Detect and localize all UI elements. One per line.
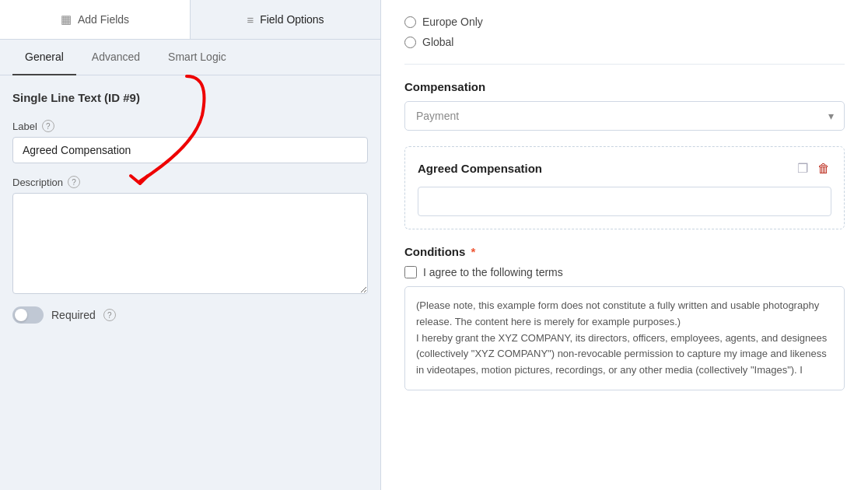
card-title: Agreed Compensation xyxy=(418,162,542,175)
subtab-smart-logic[interactable]: Smart Logic xyxy=(156,40,239,75)
label-field-group: Label ? xyxy=(12,120,368,163)
tab-field-options-label: Field Options xyxy=(260,13,324,26)
toggle-slider xyxy=(12,306,44,324)
description-field-group: Description ? xyxy=(12,176,368,294)
delete-icon: 🗑 xyxy=(817,162,830,175)
compensation-select-wrapper: Payment Hourly Salary Contract xyxy=(404,101,845,131)
global-option: Global xyxy=(404,36,845,48)
tab-field-options[interactable]: ≡ Field Options xyxy=(191,0,380,39)
radio-section: Europe Only Global xyxy=(404,16,845,48)
europe-option: Europe Only xyxy=(404,16,845,28)
tab-add-fields-label: Add Fields xyxy=(78,13,129,26)
agree-checkbox[interactable] xyxy=(404,266,417,278)
copy-button[interactable]: ❐ xyxy=(796,159,810,177)
copy-icon: ❐ xyxy=(797,162,808,175)
tab-add-fields[interactable]: ▦ Add Fields xyxy=(0,0,191,39)
required-asterisk: * xyxy=(471,245,476,258)
top-tabs: ▦ Add Fields ≡ Field Options xyxy=(0,0,380,40)
subtab-general[interactable]: General xyxy=(12,40,76,75)
sub-tabs: General Advanced Smart Logic xyxy=(0,40,380,75)
right-panel: Europe Only Global Compensation Payment … xyxy=(381,0,868,490)
card-actions: ❐ 🗑 xyxy=(796,159,831,177)
terms-text: (Please note, this example form does not… xyxy=(416,299,827,376)
global-label: Global xyxy=(422,36,453,48)
subtab-advanced[interactable]: Advanced xyxy=(79,40,152,75)
agree-label: I agree to the following terms xyxy=(423,266,563,278)
description-help-icon[interactable]: ? xyxy=(68,176,80,188)
delete-button[interactable]: 🗑 xyxy=(816,159,831,177)
required-toggle[interactable] xyxy=(12,306,44,324)
compensation-section: Compensation Payment Hourly Salary Contr… xyxy=(404,80,845,131)
conditions-section: Conditions * I agree to the following te… xyxy=(404,245,845,390)
card-input-preview xyxy=(418,187,831,216)
add-fields-icon: ▦ xyxy=(61,12,72,26)
compensation-select[interactable]: Payment Hourly Salary Contract xyxy=(404,101,845,131)
europe-label: Europe Only xyxy=(422,16,483,28)
field-type-heading: Single Line Text (ID #9) xyxy=(12,91,368,107)
left-panel: ▦ Add Fields ≡ Field Options General Adv… xyxy=(0,0,381,490)
description-textarea[interactable] xyxy=(12,193,368,294)
required-label: Required xyxy=(51,309,96,321)
terms-box: (Please note, this example form does not… xyxy=(404,286,845,390)
divider-1 xyxy=(404,64,845,65)
global-radio[interactable] xyxy=(404,37,416,48)
agreed-compensation-card: Agreed Compensation ❐ 🗑 xyxy=(404,146,845,229)
label-help-icon[interactable]: ? xyxy=(42,120,54,132)
required-toggle-row: Required ? xyxy=(12,306,368,324)
compensation-label: Compensation xyxy=(404,80,845,93)
field-options-icon: ≡ xyxy=(247,13,254,26)
conditions-label: Conditions * xyxy=(404,245,845,258)
required-help-icon[interactable]: ? xyxy=(103,309,116,321)
checkbox-row: I agree to the following terms xyxy=(404,266,845,278)
description-field-label: Description ? xyxy=(12,176,368,188)
label-input[interactable] xyxy=(12,137,368,163)
europe-radio[interactable] xyxy=(404,16,416,28)
card-header: Agreed Compensation ❐ 🗑 xyxy=(418,159,831,177)
label-field-label: Label ? xyxy=(12,120,368,132)
panel-content: Single Line Text (ID #9) Label ? Descrip… xyxy=(0,75,380,490)
